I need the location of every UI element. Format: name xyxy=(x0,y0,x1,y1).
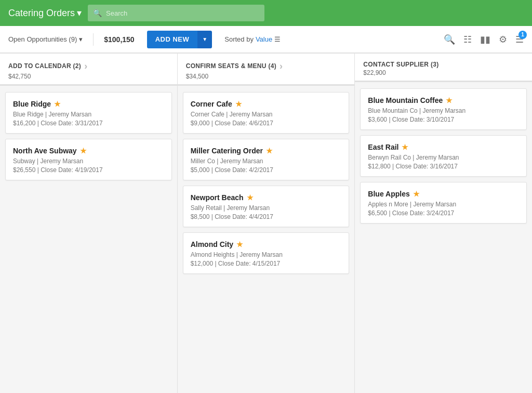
card-subtitle: Apples n More | Jeremy Marsan xyxy=(368,201,519,208)
card-subtitle: Blue Ridge | Jeremy Marsan xyxy=(13,111,164,118)
add-new-dropdown-button[interactable]: ▼ xyxy=(197,31,212,48)
card-detail: $26,550 | Close Date: 4/19/2017 xyxy=(13,166,164,174)
star-icon: ★ xyxy=(247,193,254,202)
card-title: Corner Cafe★ xyxy=(191,100,342,108)
star-icon: ★ xyxy=(446,96,453,104)
card-subtitle: Sally Retail | Jeremy Marsan xyxy=(191,204,342,212)
card-subtitle: Almond Heights | Jeremy Marsan xyxy=(191,251,342,258)
sorted-by[interactable]: Sorted by Value ☰ xyxy=(224,35,281,43)
star-icon: ★ xyxy=(266,147,273,155)
card-detail: $3,600 | Close Date: 3/10/2017 xyxy=(368,116,519,123)
card-title: Blue Mountain Coffee★ xyxy=(368,96,519,104)
card-detail: $9,000 | Close Date: 4/6/2017 xyxy=(191,120,342,127)
column-confirm-seats-menu: CONFIRM SEATS & MENU (4)› $34,500 Corner… xyxy=(178,53,355,393)
list-view-button[interactable]: ☷ xyxy=(463,34,472,45)
opportunity-card[interactable]: Miller Catering Order★ Miller Co | Jerem… xyxy=(183,139,350,180)
card-subtitle: Subway | Jeremy Marsan xyxy=(13,158,164,165)
card-subtitle: Corner Cafe | Jeremy Marsan xyxy=(191,111,342,118)
card-title: Blue Ridge★ xyxy=(13,100,164,108)
opportunity-card[interactable]: East Rail★ Berwyn Rail Co | Jeremy Marsa… xyxy=(360,135,527,177)
search-icon: 🔍 xyxy=(93,9,102,17)
cards-container: Blue Ridge★ Blue Ridge | Jeremy Marsan $… xyxy=(0,86,177,187)
star-icon: ★ xyxy=(235,100,242,108)
card-detail: $12,000 | Close Date: 4/15/2017 xyxy=(191,260,342,267)
notifications-button[interactable]: ☰ 1 xyxy=(515,34,524,45)
app-title-chevron-icon: ▾ xyxy=(77,7,82,19)
search-bar: 🔍 xyxy=(88,5,264,21)
column-contact-supplier: CONTACT SUPPLIER (3) $22,900 Blue Mounta… xyxy=(355,53,532,393)
column-amount: $34,500 xyxy=(186,73,347,80)
column-header: CONFIRM SEATS & MENU (4)› $34,500 xyxy=(178,53,355,86)
card-detail: $12,800 | Close Date: 3/16/2017 xyxy=(368,163,519,170)
column-amount: $42,750 xyxy=(8,73,169,80)
card-detail: $6,500 | Close Date: 3/24/2017 xyxy=(368,209,519,217)
card-title: East Rail★ xyxy=(368,143,519,151)
chevron-down-icon: ▼ xyxy=(202,36,207,42)
card-detail: $5,000 | Close Date: 4/2/2017 xyxy=(191,166,342,174)
card-subtitle: Blue Mountain Co | Jeremy Marsan xyxy=(368,107,519,114)
divider xyxy=(93,33,94,46)
column-title: ADD TO CALENDAR (2)› xyxy=(8,61,169,72)
column-header: ADD TO CALENDAR (2)› $42,750 xyxy=(0,53,177,86)
sub-nav: Open Opportunities (9) ▾ $100,150 ADD NE… xyxy=(0,26,532,53)
total-amount: $100,150 xyxy=(104,35,134,44)
opportunities-label-text: Open Opportunities (9) xyxy=(8,35,77,43)
card-detail: $16,200 | Close Date: 3/31/2017 xyxy=(13,120,164,127)
top-nav: Catering Orders ▾ 🔍 xyxy=(0,0,532,26)
add-new-button[interactable]: ADD NEW xyxy=(147,31,198,48)
card-title: Newport Beach★ xyxy=(191,193,342,202)
star-icon: ★ xyxy=(236,240,243,248)
opportunity-card[interactable]: Almond City★ Almond Heights | Jeremy Mar… xyxy=(183,232,350,274)
column-title: CONFIRM SEATS & MENU (4)› xyxy=(186,61,347,72)
card-detail: $8,500 | Close Date: 4/4/2017 xyxy=(191,213,342,220)
filter-icon: ☰ xyxy=(274,35,281,43)
card-title: North Ave Subway★ xyxy=(13,147,164,155)
opportunity-card[interactable]: Corner Cafe★ Corner Cafe | Jeremy Marsan… xyxy=(183,92,350,134)
opportunity-card[interactable]: Blue Mountain Coffee★ Blue Mountain Co |… xyxy=(360,88,527,130)
star-icon: ★ xyxy=(80,147,87,155)
app-title-text: Catering Orders xyxy=(8,8,75,19)
column-add-to-calendar: ADD TO CALENDAR (2)› $42,750 Blue Ridge★… xyxy=(0,53,178,393)
search-input[interactable] xyxy=(106,9,259,17)
star-icon: ★ xyxy=(402,143,408,151)
column-title: CONTACT SUPPLIER (3) xyxy=(363,61,524,68)
card-title: Blue Apples★ xyxy=(368,190,519,198)
opportunity-card[interactable]: Blue Ridge★ Blue Ridge | Jeremy Marsan $… xyxy=(5,92,172,134)
card-subtitle: Miller Co | Jeremy Marsan xyxy=(191,158,342,165)
cards-container: Corner Cafe★ Corner Cafe | Jeremy Marsan… xyxy=(178,86,355,280)
opportunity-card[interactable]: Blue Apples★ Apples n More | Jeremy Mars… xyxy=(360,182,527,224)
kanban-board: ADD TO CALENDAR (2)› $42,750 Blue Ridge★… xyxy=(0,53,532,393)
card-subtitle: Berwyn Rail Co | Jeremy Marsan xyxy=(368,154,519,161)
star-icon: ★ xyxy=(413,190,420,198)
opportunities-filter[interactable]: Open Opportunities (9) ▾ xyxy=(8,35,83,43)
add-new-group: ADD NEW ▼ xyxy=(147,31,212,48)
column-amount: $22,900 xyxy=(363,69,524,76)
opportunity-card[interactable]: North Ave Subway★ Subway | Jeremy Marsan… xyxy=(5,139,172,180)
column-header: CONTACT SUPPLIER (3) $22,900 xyxy=(355,53,532,82)
app-title[interactable]: Catering Orders ▾ xyxy=(8,7,82,19)
sorted-by-value: Value xyxy=(256,35,272,43)
chart-view-button[interactable]: ▮▮ xyxy=(480,34,490,45)
settings-button[interactable]: ⚙ xyxy=(499,34,507,45)
sub-nav-right: 🔍 ☷ ▮▮ ⚙ ☰ 1 xyxy=(444,34,524,45)
opportunities-chevron-icon: ▾ xyxy=(79,35,83,43)
card-title: Miller Catering Order★ xyxy=(191,147,342,155)
sorted-by-label: Sorted by xyxy=(224,35,254,43)
opportunity-card[interactable]: Newport Beach★ Sally Retail | Jeremy Mar… xyxy=(183,186,350,227)
search-toggle-button[interactable]: 🔍 xyxy=(444,34,455,45)
cards-container: Blue Mountain Coffee★ Blue Mountain Co |… xyxy=(355,82,532,230)
card-title: Almond City★ xyxy=(191,240,342,248)
notification-badge: 1 xyxy=(518,31,527,39)
star-icon: ★ xyxy=(54,100,61,108)
sub-nav-left: Open Opportunities (9) ▾ $100,150 ADD NE… xyxy=(8,31,444,48)
